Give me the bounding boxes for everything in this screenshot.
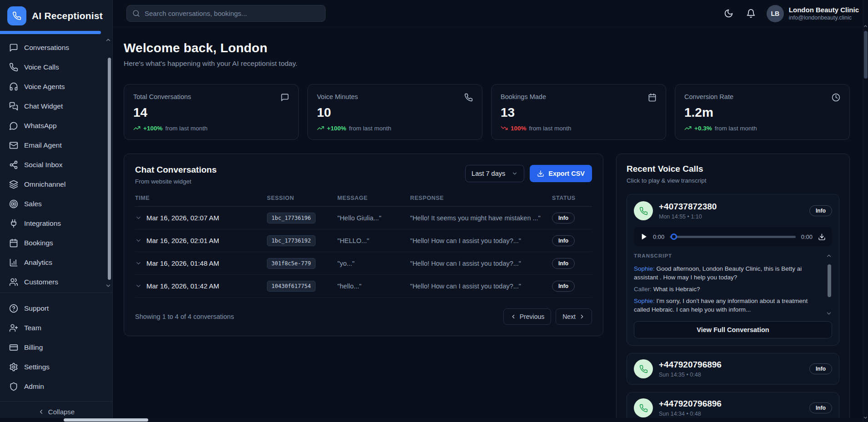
stat-trend-value: 100% (511, 125, 527, 132)
sidebar-item-whatsapp[interactable]: WhatsApp (5, 117, 108, 135)
voice-call-card-expanded[interactable]: +40737872380 Mon 14:55 • 1:10 Info 0:00 (627, 194, 839, 346)
sidebar-header: AI Receptionist (0, 0, 112, 31)
info-badge[interactable]: Info (809, 363, 832, 374)
sidebar-item-admin[interactable]: Admin (5, 377, 108, 396)
sidebar-item-conversations[interactable]: Conversations (5, 39, 108, 57)
transcript-line: Sophie: I'm sorry, I don't have any info… (634, 297, 823, 314)
chevron-down-icon[interactable] (135, 260, 142, 267)
stat-trend-suffix: from last month (715, 125, 757, 132)
stat-value: 1.2m (684, 105, 840, 120)
sidebar-item-settings[interactable]: Settings (5, 358, 108, 376)
page-vertical-scrollbar[interactable] (863, 0, 868, 422)
call-phone-icon (634, 201, 653, 220)
sidebar-item-voice-calls[interactable]: Voice Calls (5, 58, 108, 76)
call-number: +447920796896 (659, 399, 722, 409)
column-header-session: SESSION (267, 195, 337, 201)
sidebar-item-label: Billing (24, 343, 43, 352)
row-time: Mar 16, 2026, 02:07 AM (146, 214, 219, 222)
chat-conversations-panel: Chat Conversations From website widget L… (124, 154, 603, 336)
audio-player: 0:00 0:00 (634, 227, 832, 246)
sidebar-item-omnichannel[interactable]: Omnichannel (5, 175, 108, 194)
sidebar-item-team[interactable]: Team (5, 319, 108, 337)
sidebar-item-integrations[interactable]: Integrations (5, 214, 108, 233)
table-row[interactable]: Mar 16, 2026, 01:48 AM 301f8c5e-779 "yo.… (135, 252, 592, 275)
search-input[interactable] (145, 10, 320, 17)
column-header-time: TIME (135, 195, 267, 201)
previous-page-button[interactable]: Previous (503, 308, 551, 325)
speaker-name: Sophie: (634, 298, 655, 304)
info-badge[interactable]: Info (552, 213, 575, 223)
transcript-scrollbar-thumb[interactable] (828, 264, 831, 297)
notifications-button[interactable] (744, 7, 758, 20)
sidebar-item-label: Chat Widget (24, 102, 63, 110)
info-badge[interactable]: Info (552, 235, 575, 246)
next-page-button[interactable]: Next (556, 308, 592, 325)
sidebar-item-analytics[interactable]: Analytics (5, 253, 108, 272)
global-search[interactable] (126, 5, 326, 22)
sidebar-item-label: Integrations (24, 219, 61, 228)
info-badge[interactable]: Info (552, 281, 575, 292)
page-horizontal-scrollbar[interactable] (0, 418, 863, 422)
sidebar-item-voice-agents[interactable]: Voice Agents (5, 78, 108, 96)
scroll-down-arrow[interactable] (863, 415, 868, 420)
transcript-scroll-down-arrow[interactable] (826, 310, 832, 317)
table-row[interactable]: Mar 16, 2026, 02:07 AM 1bc_17736196 "Hel… (135, 207, 592, 229)
trending-up-icon (317, 124, 324, 132)
chat-panel-title: Chat Conversations (135, 165, 216, 175)
message-square-icon (9, 43, 18, 52)
export-csv-button[interactable]: Export CSV (530, 165, 592, 182)
sidebar-item-label: Omnichannel (24, 180, 65, 189)
page-title: Welcome back, London (124, 41, 850, 55)
sidebar-item-label: Settings (24, 363, 50, 371)
scroll-up-arrow[interactable] (863, 24, 868, 29)
info-badge[interactable]: Info (552, 258, 575, 269)
sidebar-item-billing[interactable]: Billing (5, 338, 108, 357)
view-full-conversation-button[interactable]: View Full Conversation (634, 321, 832, 338)
sidebar-item-email-agent[interactable]: Email Agent (5, 136, 108, 154)
info-badge[interactable]: Info (809, 402, 832, 413)
session-badge: 1bc_17736192 (267, 235, 316, 246)
stat-trend-value: +0.3% (694, 125, 712, 132)
user-menu[interactable]: LB London Beauty Clinic info@londonbeaut… (767, 5, 859, 22)
row-time: Mar 16, 2026, 01:42 AM (146, 282, 219, 290)
download-recording-button[interactable] (818, 233, 826, 241)
sidebar-item-social-inbox[interactable]: Social Inbox (5, 156, 108, 174)
chevron-down-icon[interactable] (135, 237, 142, 244)
download-icon (818, 233, 826, 241)
voice-call-card[interactable]: +447920796896 Sun 14:35 • 0:48 Info (627, 353, 839, 385)
row-message: "HELLO..." (337, 237, 410, 244)
slider-thumb[interactable] (671, 233, 677, 240)
table-row[interactable]: Mar 16, 2026, 01:42 AM 10430f617754 "hel… (135, 275, 592, 298)
sidebar-item-bookings[interactable]: Bookings (5, 234, 108, 252)
player-current-time: 0:00 (653, 233, 664, 240)
horizontal-scrollbar-thumb[interactable] (64, 418, 148, 422)
date-range-select[interactable]: Last 7 days (465, 165, 524, 182)
sidebar: AI Receptionist Conversations Voice Call… (0, 0, 113, 422)
transcript-body[interactable]: Sophie: Good afternoon, London Beauty Cl… (634, 262, 832, 314)
sidebar-secondary-nav: Support Team Billing Settings Admin (0, 294, 112, 401)
sidebar-item-label: Social Inbox (24, 161, 62, 169)
session-badge: 10430f617754 (267, 281, 316, 292)
sidebar-item-customers[interactable]: Customers (5, 273, 108, 291)
stat-trend-suffix: from last month (165, 125, 207, 132)
info-badge[interactable]: Info (809, 205, 832, 216)
sidebar-item-sales[interactable]: Sales (5, 195, 108, 213)
sidebar-item-chat-widget[interactable]: Chat Widget (5, 97, 108, 115)
play-button[interactable] (640, 233, 647, 240)
chevron-down-icon[interactable] (135, 214, 142, 221)
seek-slider[interactable] (670, 233, 795, 240)
sidebar-item-label: Sales (24, 200, 42, 208)
chevron-left-icon (38, 408, 45, 415)
vertical-scrollbar-thumb[interactable] (864, 31, 868, 79)
stats-row: Total Conversations 14 +100% from last m… (124, 84, 850, 140)
table-row[interactable]: Mar 16, 2026, 02:01 AM 1bc_17736192 "HEL… (135, 229, 592, 252)
transcript-scroll-up-arrow[interactable] (826, 253, 832, 259)
chevron-down-icon[interactable] (135, 283, 142, 289)
sidebar-scroll-up-arrow[interactable] (105, 37, 111, 43)
avatar: LB (767, 5, 784, 22)
sidebar-scrollbar-thumb[interactable] (108, 58, 111, 280)
dark-mode-toggle-button[interactable] (722, 7, 735, 20)
stat-card-bookings-made: Bookings Made 13 100% from last month (491, 84, 666, 140)
sidebar-item-support[interactable]: Support (5, 299, 108, 318)
sidebar-scroll-down-arrow[interactable] (105, 283, 111, 289)
